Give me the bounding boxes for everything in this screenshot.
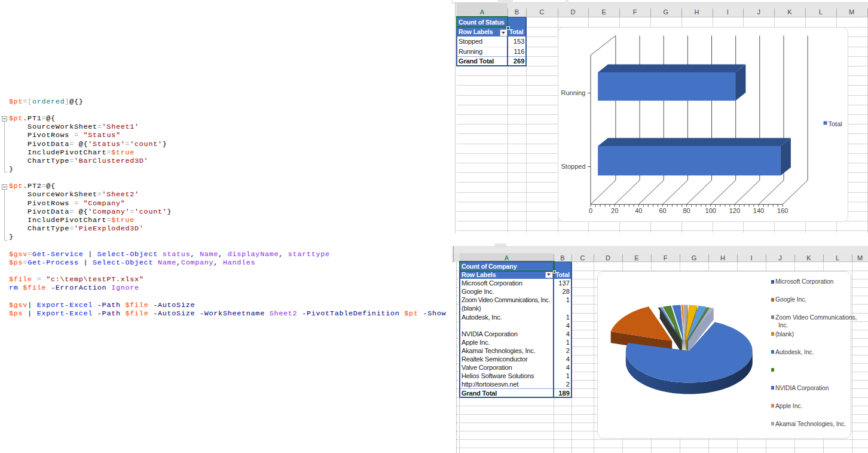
svg-text:160: 160 bbox=[777, 207, 788, 214]
svg-text:Running: Running bbox=[561, 89, 586, 96]
svg-text:60: 60 bbox=[659, 207, 666, 214]
svg-text:100: 100 bbox=[705, 207, 716, 214]
svg-text:80: 80 bbox=[683, 207, 690, 214]
svg-text:120: 120 bbox=[729, 207, 740, 214]
svg-text:Stopped: Stopped bbox=[561, 163, 586, 170]
svg-text:140: 140 bbox=[753, 207, 764, 214]
svg-text:Total: Total bbox=[829, 120, 842, 127]
svg-text:0: 0 bbox=[589, 207, 592, 214]
svg-text:40: 40 bbox=[635, 207, 642, 214]
svg-text:20: 20 bbox=[611, 207, 618, 214]
